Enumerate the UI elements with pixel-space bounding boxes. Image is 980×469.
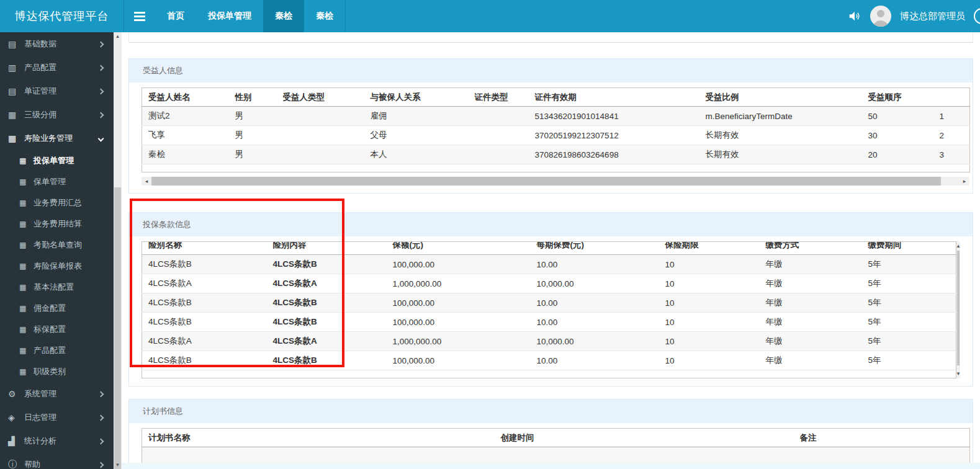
sound-icon[interactable] [848, 9, 861, 23]
sidebar-item-log-mgmt[interactable]: ◈ 日志管理 [0, 406, 114, 429]
table-cell: 30 [862, 126, 933, 145]
beneficiary-table: 受益人姓名 性别 受益人类型 与被保人关系 证件类型 证件有效期 受益比例 受益… [142, 87, 970, 172]
sidebar-item-product-config[interactable]: ▥ 产品配置 [0, 56, 114, 79]
table-cell: 父母 [364, 126, 469, 145]
sidebar-item-certificate-mgmt[interactable]: ▤ 单证管理 [0, 79, 114, 103]
sidebar-subitem-policy-apply-mgmt[interactable]: ▦投保单管理 [0, 150, 114, 171]
top-navbar: 博达保代管理平台 首页 投保单管理 秦桧 秦桧 博达总部管理员 [0, 0, 980, 32]
table-cell: 4LCS条款A [267, 332, 387, 351]
sidebar-subitem-standard-premium-config[interactable]: ▦标保配置 [0, 319, 114, 340]
beneficiary-row: 飞享男父母370205199212307512长期有效302 [142, 126, 970, 145]
table-cell: m.BeneficiaryTermDate [699, 107, 862, 126]
gear-icon: ⚙ [8, 389, 20, 399]
col-beneficiary-type: 受益人类型 [277, 88, 364, 107]
table-cell: 年缴 [760, 313, 862, 332]
power-icon[interactable] [974, 8, 980, 24]
table-cell: 10 [659, 255, 760, 274]
table-cell: 3 [933, 145, 970, 164]
tab-home[interactable]: 首页 [155, 0, 196, 32]
clause-row: 4LCS条款B4LCS条款B100,000.0010.0010年缴5年 [142, 255, 956, 274]
app-logo: 博达保代管理平台 [0, 0, 124, 32]
clauses-table-body: 4LCS条款B4LCS条款B100,000.0010.0010年缴5年4LCS条… [142, 255, 956, 370]
table-cell: 5年 [862, 255, 956, 274]
table-cell: 4LCS条款B [267, 255, 387, 274]
table-cell: 20 [862, 145, 933, 164]
table-cell: 513436201901014841 [529, 107, 699, 126]
chevron-right-icon [98, 88, 104, 94]
scroll-left-arrow-icon[interactable]: ◂ [142, 177, 151, 185]
scroll-up-arrow-icon[interactable]: ▴ [956, 241, 960, 251]
table-cell: 100,000.00 [387, 255, 531, 274]
sidebar-subitem-product-config[interactable]: ▦产品配置 [0, 340, 114, 361]
table-cell: 秦桧 [142, 145, 229, 164]
sidebar-subitem-life-policy-report[interactable]: ▦寿险保单报表 [0, 256, 114, 277]
document-icon: ▤ [8, 86, 20, 96]
col-create-time: 创建时间 [495, 429, 794, 447]
grid-icon: ▦ [19, 262, 30, 270]
table-cell: 5年 [862, 351, 956, 370]
col-id-validity: 证件有效期 [529, 88, 699, 107]
table-cell [469, 126, 529, 145]
sidebar-subitem-policy-mgmt[interactable]: ▦保单管理 [0, 171, 114, 192]
sidebar-item-base-data[interactable]: ▤ 基础数据 [0, 32, 114, 56]
table-cell: 10 [659, 313, 760, 332]
clauses-panel: 投保条款信息 险别名称 险别内容 保额(元) 每期 [128, 212, 973, 386]
table-cell: 1,000,000.00 [387, 274, 531, 293]
scroll-right-arrow-icon[interactable]: ▸ [960, 177, 969, 185]
sidebar-item-help[interactable]: ⓘ 帮助 [0, 453, 114, 469]
chevron-right-icon [98, 414, 104, 421]
info-icon: ⓘ [8, 459, 20, 469]
sidebar-subitem-commission-config[interactable]: ▦佣金配置 [0, 298, 114, 319]
tab-qinhui-active[interactable]: 秦桧 [263, 0, 304, 32]
sidebar-item-statistics[interactable]: ▟ 统计分析 [0, 429, 114, 453]
horizontal-scrollbar-thumb[interactable] [151, 177, 941, 185]
bottom-strip [122, 463, 980, 469]
tag-icon: ◈ [8, 413, 20, 422]
table-footer-spacer [142, 164, 970, 172]
clauses-header-row: 险别名称 险别内容 保额(元) 每期保费(元) 保险期限 缴费方式 缴费期间 [142, 242, 956, 255]
scroll-up-arrow-icon[interactable]: ▴ [114, 32, 122, 40]
vertical-scrollbar[interactable]: ▴ ▾ [956, 241, 960, 378]
tab-qinhui[interactable]: 秦桧 [304, 0, 345, 32]
col-extra [933, 88, 970, 107]
sidebar-subitem-basic-law-config[interactable]: ▦基本法配置 [0, 277, 114, 298]
table-cell: 年缴 [760, 332, 862, 351]
username-label: 博达总部管理员 [900, 11, 965, 22]
sidebar-subitem-rank-category[interactable]: ▦职级类别 [0, 361, 114, 382]
table-cell: 10.00 [531, 255, 659, 274]
table-footer-spacer [142, 370, 956, 378]
table-cell: 长期有效 [699, 145, 862, 164]
sidebar-subitem-attendance-query[interactable]: ▦考勤名单查询 [0, 234, 114, 256]
col-payment-period: 缴费期间 [862, 242, 956, 255]
user-avatar[interactable] [870, 6, 891, 27]
table-cell: 10 [659, 293, 760, 313]
sidebar-item-system-mgmt[interactable]: ⚙ 系统管理 [0, 382, 114, 406]
scroll-down-arrow-icon[interactable]: ▾ [114, 461, 122, 469]
sidebar-scrollbar[interactable]: ▴ ▾ [114, 32, 122, 469]
table-cell: 4LCS条款B [142, 351, 267, 370]
sidebar-subitem-biz-fee-settle[interactable]: ▦业务费用结算 [0, 213, 114, 234]
col-benefit-ratio: 受益比例 [699, 88, 862, 107]
table-cell: 年缴 [760, 293, 862, 313]
chevron-right-icon [98, 65, 104, 71]
sidebar-scrollbar-thumb[interactable] [114, 187, 121, 469]
grid-icon: ▦ [19, 325, 30, 334]
grid-icon: ▦ [19, 241, 30, 249]
tab-policy-apply-mgmt[interactable]: 投保单管理 [196, 0, 263, 32]
sidebar-subitem-biz-fee-summary[interactable]: ▦业务费用汇总 [0, 192, 114, 213]
col-risk-name: 险别名称 [142, 242, 267, 255]
vertical-scrollbar-thumb[interactable] [957, 251, 960, 365]
table-cell: 100,000.00 [387, 293, 531, 313]
table-cell: 4LCS条款A [142, 332, 267, 351]
clause-row: 4LCS条款A4LCS条款A1,000,000.0010,000.0010年缴5… [142, 274, 956, 293]
scroll-down-arrow-icon[interactable]: ▾ [956, 369, 960, 378]
grid-icon: ▦ [19, 304, 30, 313]
table-cell: 370826198603264698 [529, 145, 699, 164]
horizontal-scrollbar[interactable]: ◂ ▸ [142, 177, 969, 185]
clause-row: 4LCS条款B4LCS条款B100,000.0010.0010年缴5年 [142, 293, 956, 313]
sidebar-item-life-insurance-mgmt[interactable]: ▦ 寿险业务管理 [0, 127, 114, 150]
beneficiary-row: 测试2男雇佣513436201901014841m.BeneficiaryTer… [142, 107, 970, 126]
sidebar-item-three-level-commission[interactable]: ▦ 三级分佣 [0, 103, 114, 127]
table-cell [469, 107, 529, 126]
hamburger-icon[interactable] [124, 0, 155, 32]
